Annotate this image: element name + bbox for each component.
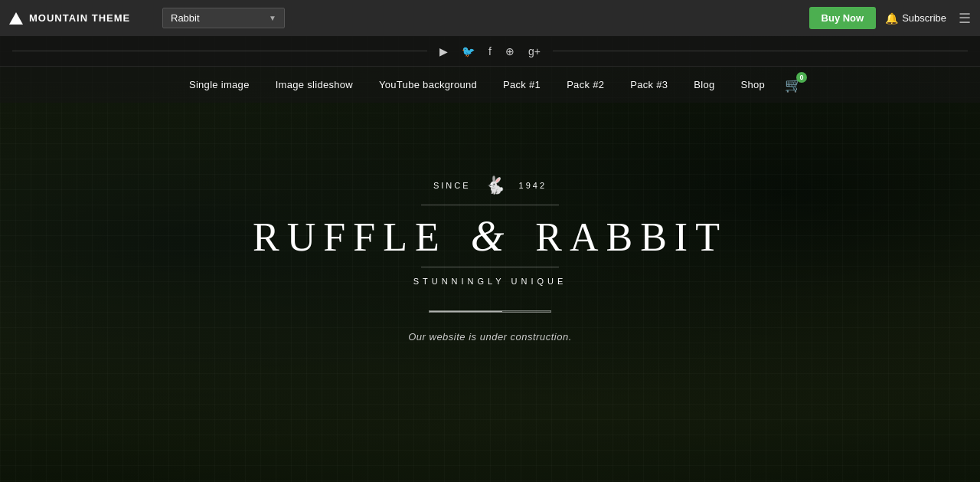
progress-bar: [429, 310, 551, 313]
subscribe-label: Subscribe: [902, 12, 946, 24]
brand-name: RUFFLE & RABBIT: [253, 211, 727, 261]
logo-area: MouNtaiN THEME: [9, 12, 153, 25]
topbar: MouNtaiN THEME Rabbit ▼ Buy Now 🔔 Subscr…: [0, 0, 980, 36]
nav-item-pack2[interactable]: Pack #2: [556, 74, 615, 95]
nav-item-single-image[interactable]: Single image: [178, 74, 260, 95]
cart-button[interactable]: 🛒 0: [785, 77, 802, 93]
under-construction-text: Our website is under construction.: [408, 331, 572, 343]
social-bar-line-right: [553, 51, 968, 51]
brand-line-top: [421, 205, 559, 205]
nav-item-pack3[interactable]: Pack #3: [619, 74, 678, 95]
twitter-icon[interactable]: 🐦: [462, 45, 475, 57]
nav-item-image-slideshow[interactable]: Image slideshow: [265, 74, 364, 95]
social-bar: ▶ 🐦 f ⊕ g+: [0, 36, 980, 67]
social-bar-line-left: [12, 51, 427, 51]
facebook-icon[interactable]: f: [488, 45, 492, 57]
nav-item-youtube-background[interactable]: YouTube background: [368, 74, 488, 95]
year-text: 1942: [519, 181, 547, 190]
youtube-icon[interactable]: ▶: [439, 45, 448, 57]
site-selector-dropdown[interactable]: Rabbit ▼: [162, 8, 285, 28]
dropdown-area[interactable]: Rabbit ▼: [162, 8, 285, 28]
bell-icon: 🔔: [885, 12, 898, 25]
tagline: STUNNINGLY UNIQUE: [413, 277, 567, 286]
brand-part1: RUFFLE: [253, 215, 447, 259]
dribbble-icon[interactable]: ⊕: [505, 45, 514, 57]
hero-content: SINCE 🐇 1942 RUFFLE & RABBIT STUNNINGLY …: [0, 36, 980, 482]
progress-bar-fill: [430, 311, 502, 312]
dropdown-value: Rabbit: [171, 12, 200, 24]
logo-triangle-icon: [9, 12, 23, 25]
since-label: SINCE: [433, 181, 471, 190]
chevron-down-icon: ▼: [269, 14, 276, 22]
nav-item-blog[interactable]: Blog: [683, 74, 725, 95]
buy-now-button[interactable]: Buy Now: [809, 7, 877, 29]
topbar-right: Buy Now 🔔 Subscribe ☰: [809, 7, 971, 29]
since-line: SINCE 🐇 1942: [433, 175, 547, 195]
brand-box: SINCE 🐇 1942 RUFFLE & RABBIT STUNNINGLY …: [253, 175, 727, 343]
subscribe-area[interactable]: 🔔 Subscribe: [885, 12, 946, 25]
brand-ampersand: &: [471, 212, 512, 260]
navbar: Single image Image slideshow YouTube bac…: [0, 67, 980, 103]
logo-text: MouNtaiN THEME: [29, 12, 130, 24]
nav-item-shop[interactable]: Shop: [730, 74, 776, 95]
social-icons: ▶ 🐦 f ⊕ g+: [439, 45, 541, 57]
menu-icon[interactable]: ☰: [959, 10, 971, 27]
cart-badge: 0: [796, 72, 807, 83]
brand-line-bottom: [421, 267, 559, 267]
brand-part2: RABBIT: [535, 215, 727, 259]
nav-item-pack1[interactable]: Pack #1: [492, 74, 551, 95]
google-plus-icon[interactable]: g+: [528, 45, 541, 57]
rabbit-icon: 🐇: [485, 175, 505, 195]
